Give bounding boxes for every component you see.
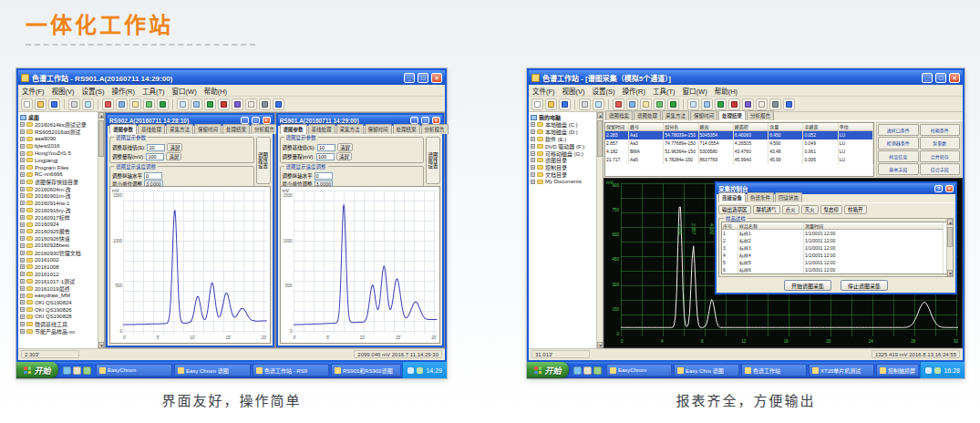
network-icon[interactable] [934, 367, 941, 374]
run-icon[interactable] [715, 98, 727, 110]
tab-5[interactable]: 分析报告 [421, 124, 449, 134]
expand-icon[interactable]: + [20, 180, 25, 184]
redo-icon[interactable] [157, 98, 169, 110]
media-player-icon[interactable] [83, 366, 91, 375]
tab-2[interactable]: 采集方法 [336, 124, 364, 134]
expand-icon[interactable]: + [20, 187, 25, 191]
report-icon[interactable] [245, 98, 257, 110]
menu-item-2[interactable]: 设置(S) [82, 86, 105, 96]
tree-item[interactable]: +RC-nn6666 [20, 171, 97, 179]
tab-5[interactable]: 分析报告 [747, 110, 774, 120]
tree-item[interactable]: +Program Files [20, 164, 97, 171]
scroll-thumb[interactable] [597, 120, 603, 157]
axis-level-field[interactable]: 0 [144, 172, 162, 180]
menu-item-3[interactable]: 操作(R) [623, 86, 645, 96]
tree-item[interactable]: +aaa9090 [20, 136, 97, 143]
clear-screen-button[interactable]: 清屏 [337, 143, 353, 151]
table-header-cell[interactable]: 峰号 [629, 123, 664, 131]
tab-0[interactable]: 谱图参数 [109, 124, 137, 134]
expand-icon[interactable]: + [20, 279, 25, 284]
tab-2[interactable]: 回读状态 [775, 192, 802, 202]
tree-item[interactable]: +谱图目录 [531, 157, 595, 164]
baseline-value-field[interactable]: 10 [147, 144, 165, 151]
tab-2[interactable]: 采集方法 [662, 110, 689, 120]
baseline-value-field[interactable]: 10 [317, 144, 335, 151]
menu-item-1[interactable]: 视图(V) [562, 86, 585, 96]
menu-item-1[interactable]: 视图(V) [52, 86, 75, 96]
tree-item[interactable]: +控制目录 [531, 164, 595, 171]
tree-item[interactable]: +本地磁盘 (D:) [531, 129, 595, 136]
table-header-cell[interactable]: 组分名 [664, 123, 698, 131]
expand-icon[interactable]: + [20, 329, 25, 334]
tree-item[interactable]: +DVD 驱动器 (F:) [531, 142, 595, 150]
open-file-icon[interactable] [35, 98, 46, 110]
table-header-cell[interactable]: 测量时间 [804, 222, 944, 230]
table-row[interactable]: 3标样31/1/0001 12:00 [722, 244, 944, 252]
cut-icon[interactable] [102, 98, 114, 110]
expand-icon[interactable]: + [20, 315, 25, 319]
tree-item[interactable]: +RS9052016dd测试 [20, 129, 97, 136]
panel-button[interactable]: 柱箱开 [844, 205, 867, 214]
tab-3[interactable]: 保留时间 [690, 110, 717, 120]
tree-item[interactable]: +OKI QS190826 [20, 306, 97, 314]
close-button[interactable]: × [949, 73, 960, 83]
tree-item[interactable]: +20161017-1测试 [20, 278, 97, 285]
save-icon[interactable] [559, 98, 571, 110]
tree-item[interactable]: +文档目录 [531, 171, 595, 179]
tree-item[interactable]: +20161019最终 [20, 284, 97, 292]
expand-icon[interactable]: + [531, 172, 535, 177]
media-player-icon[interactable] [593, 366, 602, 375]
preview-icon[interactable] [593, 98, 604, 110]
panel-button[interactable]: 点火 [782, 205, 799, 214]
expand-icon[interactable]: + [20, 144, 25, 149]
panel-button[interactable]: 联机通气 [753, 205, 780, 214]
table-row[interactable]: 6标样61/1/0001 12:00 [722, 266, 944, 273]
tab-1[interactable]: 谱图处理 [634, 110, 661, 120]
menu-item-5[interactable]: 窗口(W) [172, 86, 197, 96]
tree-scrollbar[interactable]: ▲ ▼ [98, 112, 104, 348]
menu-item-5[interactable]: 窗口(W) [683, 86, 707, 96]
expand-icon[interactable]: + [20, 201, 25, 205]
tab-0[interactable]: 谱图档案 [605, 110, 633, 120]
expand-icon[interactable]: + [20, 137, 25, 141]
taskbar-task[interactable]: EasyChrom [606, 364, 672, 377]
scroll-thumb[interactable] [98, 120, 104, 157]
expand-icon[interactable]: + [531, 158, 535, 162]
print-icon[interactable] [579, 98, 591, 110]
panel-button[interactable]: 灭火 [801, 205, 819, 214]
expand-icon[interactable]: + [20, 172, 25, 177]
panel-button[interactable]: 基本字段 [878, 163, 919, 175]
zoom-out-icon[interactable] [191, 98, 202, 110]
table-header-cell[interactable]: 单位 [839, 123, 873, 131]
stop-icon[interactable] [728, 98, 740, 110]
menu-item-3[interactable]: 操作(R) [112, 86, 135, 96]
menu-item-2[interactable]: 设置(S) [593, 86, 615, 96]
tab-3[interactable]: 保留时间 [194, 124, 222, 134]
scroll-up-icon[interactable]: ▲ [597, 112, 603, 119]
maximize-button[interactable]: □ [421, 117, 429, 124]
expand-icon[interactable]: + [20, 151, 25, 156]
maximize-button[interactable]: □ [252, 117, 260, 124]
tree-item[interactable]: +bjtest2016 [20, 142, 97, 150]
clear-screen-button[interactable]: 清屏 [336, 152, 352, 160]
menu-item-0[interactable]: 文件(F) [22, 86, 45, 96]
menu-item-0[interactable]: 文件(F) [532, 86, 555, 96]
panel-button[interactable]: 输出选项区 [718, 205, 751, 214]
expand-icon[interactable]: + [20, 236, 25, 241]
volume-icon[interactable] [407, 367, 414, 374]
expand-icon[interactable]: + [20, 222, 25, 227]
expand-icon[interactable]: + [531, 129, 535, 134]
tab-4[interactable]: 处理结果 [718, 110, 746, 120]
zoom-out-icon[interactable] [701, 98, 713, 110]
close-button[interactable]: × [945, 185, 954, 192]
tree-item[interactable]: +easydraw_MM [20, 292, 97, 299]
tab-2[interactable]: 采集方法 [166, 124, 193, 134]
table-row[interactable]: 2.283Aa154.78039e-15050453546.400606.450… [605, 131, 873, 139]
range-value-field[interactable]: 100 [146, 153, 164, 160]
tree-item[interactable]: +20160925报告 [20, 228, 97, 235]
maximize-button[interactable]: □ [935, 73, 946, 83]
table-row[interactable]: 1标样11/1/0001 12:00 [722, 230, 944, 237]
save-icon[interactable] [48, 98, 60, 110]
expand-icon[interactable]: + [20, 294, 25, 298]
taskbar-task[interactable]: RS901和RS902谱图 [331, 364, 400, 377]
